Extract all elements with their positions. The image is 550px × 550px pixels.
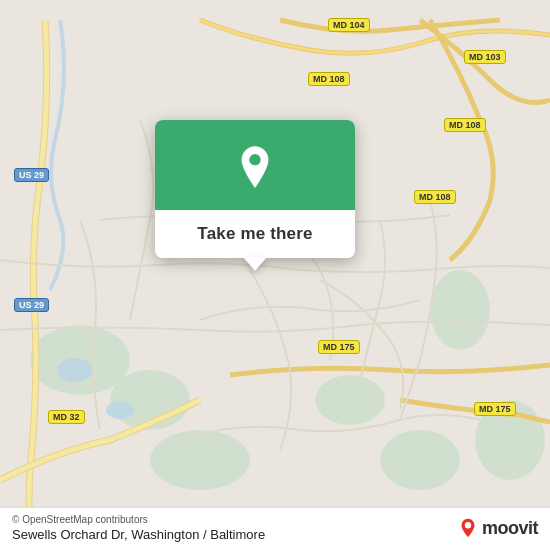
moovit-text: moovit — [482, 518, 538, 539]
badge-md108-right: MD 108 — [444, 118, 486, 132]
svg-point-5 — [380, 430, 460, 490]
moovit-icon — [457, 517, 479, 539]
location-label: Sewells Orchard Dr, Washington / Baltimo… — [12, 527, 265, 542]
popup-bottom: Take me there — [155, 210, 355, 258]
svg-point-7 — [57, 358, 93, 382]
badge-md108-left: MD 108 — [308, 72, 350, 86]
badge-md108-bottom: MD 108 — [414, 190, 456, 204]
popup-card: Take me there — [155, 120, 355, 258]
badge-md103: MD 103 — [464, 50, 506, 64]
bottom-left: © OpenStreetMap contributors Sewells Orc… — [12, 514, 265, 542]
badge-md32: MD 32 — [48, 410, 85, 424]
badge-md175-right: MD 175 — [474, 402, 516, 416]
map-container: MD 104 MD 103 MD 108 MD 108 MD 108 US 29… — [0, 0, 550, 550]
badge-us29-bottom: US 29 — [14, 298, 49, 312]
bottom-bar: © OpenStreetMap contributors Sewells Orc… — [0, 507, 550, 550]
osm-credit: © OpenStreetMap contributors — [12, 514, 265, 525]
moovit-logo: moovit — [457, 517, 538, 539]
svg-point-3 — [430, 270, 490, 350]
svg-point-4 — [150, 430, 250, 490]
location-pin-icon — [233, 145, 277, 189]
svg-point-10 — [465, 522, 471, 528]
take-me-there-button[interactable]: Take me there — [189, 222, 320, 246]
popup-top — [155, 120, 355, 210]
svg-point-9 — [249, 154, 260, 165]
map-svg — [0, 0, 550, 550]
svg-point-2 — [315, 375, 385, 425]
svg-point-8 — [106, 401, 134, 419]
badge-md104-top: MD 104 — [328, 18, 370, 32]
badge-md175-left: MD 175 — [318, 340, 360, 354]
badge-us29-top: US 29 — [14, 168, 49, 182]
